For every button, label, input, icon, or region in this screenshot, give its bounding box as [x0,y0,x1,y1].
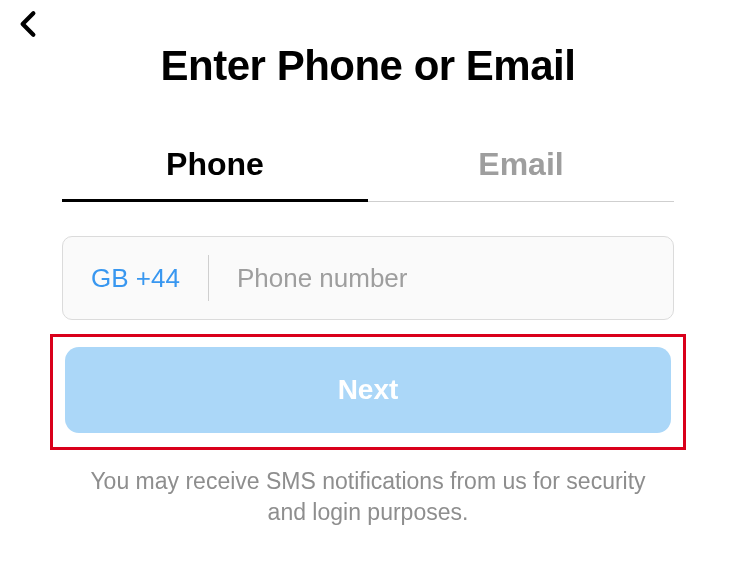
chevron-left-icon [12,8,44,40]
sms-disclaimer: You may receive SMS notifications from u… [70,466,666,528]
page-title: Enter Phone or Email [0,42,736,90]
tab-phone[interactable]: Phone [62,146,368,202]
highlight-annotation: Next [50,334,686,450]
tabs: Phone Email [62,146,674,202]
next-button[interactable]: Next [65,347,671,433]
back-button[interactable] [12,8,44,44]
country-code-selector[interactable]: GB +44 [91,263,208,294]
phone-number-input[interactable] [209,237,645,319]
phone-input-row: GB +44 [62,236,674,320]
tab-email[interactable]: Email [368,146,674,202]
